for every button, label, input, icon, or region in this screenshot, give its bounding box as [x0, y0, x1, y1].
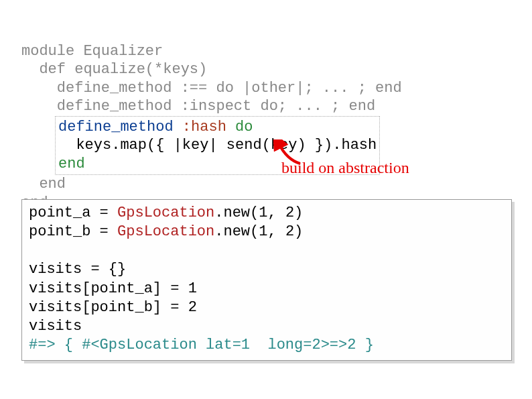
code-token: point_b =: [29, 223, 117, 240]
code-line: keys.map({ |key| send(key) }).hash: [58, 137, 377, 154]
code-line: define_method :inspect do; ... ; end: [21, 98, 375, 115]
code-line: visits = {}: [29, 261, 126, 278]
code-token: GpsLocation: [117, 223, 214, 240]
code-token: :hash: [182, 119, 226, 135]
code-line: module Equalizer: [21, 43, 163, 60]
code-token: define_method: [58, 119, 182, 135]
code-token: .new(1, 2): [214, 205, 303, 221]
code-token: .new(1, 2): [214, 223, 303, 240]
code-token: end: [58, 156, 85, 172]
outer-code-block: module Equalizer def equalize(*keys) def…: [21, 23, 511, 212]
snippet-code-box: point_a = GpsLocation.new(1, 2) point_b …: [21, 199, 512, 361]
code-line: end: [21, 176, 66, 192]
code-line: visits: [29, 318, 82, 335]
code-line: #=> { #<GpsLocation lat=1 long=2>=>2 }: [29, 337, 374, 353]
annotation-text: build on abstraction: [281, 158, 409, 178]
code-token: do: [235, 119, 253, 135]
code-line: def equalize(*keys): [21, 61, 207, 78]
code-line: visits[point_b] = 2: [29, 299, 197, 316]
code-line: visits[point_a] = 1: [29, 280, 197, 297]
code-token: point_a =: [29, 205, 117, 221]
code-token: GpsLocation: [117, 205, 214, 221]
code-line: define_method :== do |other|; ... ; end: [21, 80, 402, 97]
code-token: [226, 119, 235, 135]
